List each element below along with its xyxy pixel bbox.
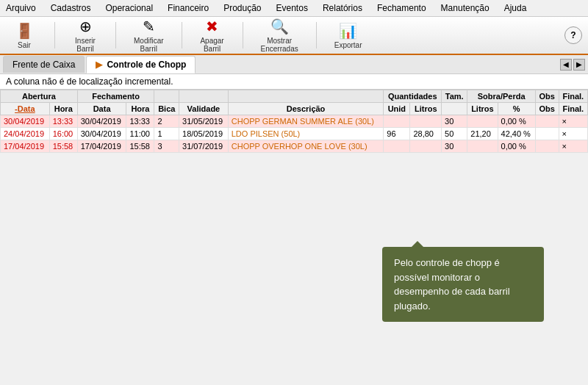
menu-financeiro[interactable]: Financeiro bbox=[165, 1, 212, 15]
group-header-abertura: Abertura bbox=[1, 90, 78, 103]
data-table: Abertura Fechamento Quantidades Tam. Sob… bbox=[0, 90, 588, 153]
apagar-barril-button[interactable]: ✖ ApagarBarril bbox=[194, 15, 231, 56]
group-header-sobra: Sobra/Perda bbox=[467, 90, 536, 103]
col-descricao: Descrição bbox=[228, 103, 384, 115]
exportar-label: Exportar bbox=[334, 41, 362, 49]
exit-icon: 🚪 bbox=[15, 22, 34, 40]
add-icon: ⊕ bbox=[79, 18, 92, 35]
group-header-bica bbox=[154, 90, 179, 103]
tab-nav-right[interactable]: ▶ bbox=[573, 59, 585, 71]
tab-nav: ◀ ▶ bbox=[560, 59, 585, 71]
col-hora-fechamento: Hora bbox=[126, 103, 154, 115]
menu-eventos[interactable]: Eventos bbox=[273, 1, 311, 15]
table-row[interactable]: 30/04/201913:3330/04/201913:33231/05/201… bbox=[1, 115, 588, 128]
tab-frente-de-caixa[interactable]: Frente de Caixa bbox=[3, 56, 85, 73]
group-header-fechamento: Fechamento bbox=[77, 90, 154, 103]
sair-label: Sair bbox=[18, 41, 31, 49]
tabbar: Frente de Caixa ▶ Controle de Chopp ◀ ▶ bbox=[0, 55, 588, 74]
edit-icon: ✎ bbox=[143, 18, 155, 35]
delete-icon: ✖ bbox=[206, 18, 218, 35]
col-litros: Litros bbox=[410, 103, 442, 115]
inserir-barril-button[interactable]: ⊕ InserirBarril bbox=[67, 15, 104, 56]
group-header-quantidades: Quantidades bbox=[384, 90, 442, 103]
group-header-obs: Obs bbox=[535, 90, 559, 103]
col-data-abertura[interactable]: -Data bbox=[1, 103, 50, 115]
toolbar-sep-3 bbox=[182, 22, 182, 48]
table-row[interactable]: 24/04/201916:0030/04/201911:00118/05/201… bbox=[1, 128, 588, 140]
main-content: Abertura Fechamento Quantidades Tam. Sob… bbox=[0, 90, 588, 381]
col-tam bbox=[442, 103, 467, 115]
col-unid: Unid bbox=[384, 103, 410, 115]
tab-controle-de-chopp[interactable]: ▶ Controle de Chopp bbox=[86, 56, 196, 73]
export-icon: 📊 bbox=[339, 22, 357, 40]
exportar-button[interactable]: 📊 Exportar bbox=[329, 19, 368, 52]
tab-chopp-label: Controle de Chopp bbox=[107, 60, 186, 70]
modificar-barril-label: ModificarBarril bbox=[134, 37, 164, 53]
help-icon: ? bbox=[570, 30, 576, 40]
table-container[interactable]: Abertura Fechamento Quantidades Tam. Sob… bbox=[0, 90, 588, 153]
menu-operacional[interactable]: Operacional bbox=[102, 1, 156, 15]
group-header-validade bbox=[179, 90, 229, 103]
inserir-barril-label: InserirBarril bbox=[75, 37, 96, 53]
tooltip-text: Pelo controle de chopp é possível monito… bbox=[394, 257, 510, 312]
modificar-barril-button[interactable]: ✎ ModificarBarril bbox=[128, 15, 170, 56]
toolbar-sep-4 bbox=[243, 22, 243, 48]
infobar: A coluna não é de localização incrementa… bbox=[0, 74, 588, 90]
menu-relatorios[interactable]: Relatórios bbox=[320, 1, 365, 15]
menu-arquivo[interactable]: Arquivo bbox=[3, 1, 39, 15]
tab-frente-label: Frente de Caixa bbox=[12, 60, 75, 70]
search-icon: 🔍 bbox=[270, 18, 289, 35]
group-header-tam: Tam. bbox=[442, 90, 467, 103]
col-data-fechamento: Data bbox=[77, 103, 126, 115]
toolbar-sep-2 bbox=[115, 22, 116, 48]
menu-manutencao[interactable]: Manutenção bbox=[438, 1, 492, 15]
table-row[interactable]: 17/04/201915:5817/04/201915:58331/07/201… bbox=[1, 140, 588, 153]
col-obs: Obs bbox=[535, 103, 559, 115]
toolbar-sep-5 bbox=[316, 22, 317, 48]
col-litros-sobra: Litros bbox=[467, 103, 498, 115]
col-final: Final. bbox=[559, 103, 587, 115]
mostrar-encerradas-button[interactable]: 🔍 MostrarEncerradas bbox=[255, 15, 304, 56]
menu-ajuda[interactable]: Ajuda bbox=[501, 1, 530, 15]
mostrar-encerradas-label: MostrarEncerradas bbox=[261, 37, 298, 53]
menu-cadastros[interactable]: Cadastros bbox=[48, 1, 94, 15]
apagar-barril-label: ApagarBarril bbox=[200, 37, 223, 53]
infobar-message: A coluna não é de localização incrementa… bbox=[6, 76, 173, 87]
toolbar-sep-1 bbox=[54, 22, 55, 48]
tab-nav-left[interactable]: ◀ bbox=[560, 59, 572, 71]
group-header-final: Final. bbox=[559, 90, 587, 103]
menu-producao[interactable]: Produção bbox=[220, 1, 264, 15]
col-percent-sobra: % bbox=[498, 103, 535, 115]
toolbar: 🚪 Sair ⊕ InserirBarril ✎ ModificarBarril… bbox=[0, 17, 588, 55]
col-bica: Bica bbox=[154, 103, 179, 115]
tooltip-bubble: Pelo controle de chopp é possível monito… bbox=[382, 247, 544, 322]
group-header-descricao bbox=[228, 90, 384, 103]
col-validade: Validade bbox=[179, 103, 229, 115]
menu-fechamento[interactable]: Fechamento bbox=[374, 1, 429, 15]
sair-button[interactable]: 🚪 Sair bbox=[6, 19, 43, 52]
tab-arrow-icon: ▶ bbox=[96, 60, 102, 70]
col-hora-abertura: Hora bbox=[49, 103, 77, 115]
help-button[interactable]: ? bbox=[564, 26, 582, 44]
